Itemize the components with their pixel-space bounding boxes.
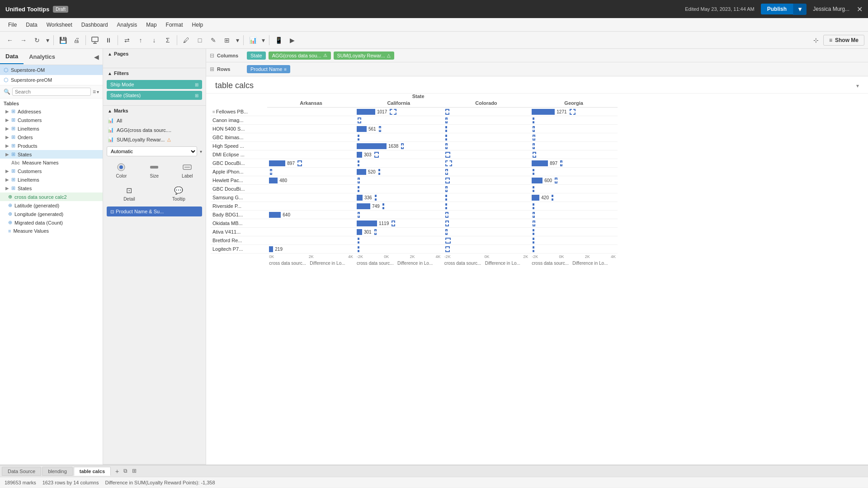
menu-data[interactable]: Data bbox=[21, 20, 42, 30]
chart-type-dropdown[interactable]: ▾ bbox=[260, 34, 266, 47]
sidebar-item-states[interactable]: ▶ ⊞ States bbox=[0, 150, 103, 159]
collapse-sidebar-button[interactable]: ◀ bbox=[94, 53, 99, 61]
sidebar-item-measure-values[interactable]: ≡ Measure Values bbox=[0, 227, 103, 235]
menu-help[interactable]: Help bbox=[188, 20, 208, 30]
pages-panel: ▲ Pages bbox=[103, 49, 206, 68]
sidebar-item-latitude[interactable]: ⊕ Latitude (generated) bbox=[0, 201, 103, 210]
sort-asc-button[interactable]: ↑ bbox=[134, 34, 147, 47]
sidebar-item-products[interactable]: ▶ ⊞ Products bbox=[0, 141, 103, 150]
publish-dropdown-button[interactable]: ▼ bbox=[793, 4, 807, 15]
bar-cell: 336 bbox=[355, 193, 443, 202]
add-sheet-icon[interactable]: + bbox=[113, 467, 121, 476]
size-button[interactable]: Size bbox=[146, 160, 162, 180]
chart-row: Bretford Re... bbox=[211, 236, 618, 245]
color-button[interactable]: Color bbox=[113, 160, 129, 180]
back-button[interactable]: ← bbox=[4, 34, 16, 47]
column-pill-state[interactable]: State bbox=[247, 52, 266, 60]
swap-button[interactable]: ⇄ bbox=[121, 34, 133, 47]
user-label[interactable]: Jessica Murg... bbox=[813, 6, 849, 12]
menu-format[interactable]: Format bbox=[161, 20, 188, 30]
viz-title: table calcs ▾ bbox=[206, 76, 868, 94]
publish-button[interactable]: Publish bbox=[761, 4, 793, 14]
device-button[interactable]: 📱 bbox=[272, 34, 285, 47]
filter-pill-shipmode[interactable]: Ship Mode ⊞ bbox=[107, 80, 202, 89]
label-button[interactable]: Label bbox=[179, 160, 195, 180]
sidebar-item-customers[interactable]: ▶ ⊞ Customers bbox=[0, 116, 103, 124]
tab-data-source[interactable]: Data Source bbox=[2, 467, 41, 476]
redo-button[interactable]: ↻ bbox=[31, 34, 43, 47]
sidebar-item-lineitems-2[interactable]: ▶ ⊞ LineItems bbox=[0, 175, 103, 184]
menu-dashboard[interactable]: Dashboard bbox=[77, 20, 113, 30]
marks-type-select[interactable]: Automatic Bar Line Area bbox=[107, 146, 197, 156]
sort-desc-button[interactable]: ↓ bbox=[148, 34, 160, 47]
sidebar-item-states-2[interactable]: ▶ ⊞ States bbox=[0, 184, 103, 192]
bar-cell bbox=[267, 228, 355, 236]
marks-all-row[interactable]: 📊 All bbox=[103, 116, 206, 125]
row-pill-product[interactable]: Product Name ≡ bbox=[247, 65, 290, 73]
menu-file[interactable]: File bbox=[4, 20, 21, 30]
menu-analysis[interactable]: Analysis bbox=[113, 20, 142, 30]
annotation-button[interactable]: ✎ bbox=[207, 34, 220, 47]
marks-type-dropdown[interactable]: ▾ bbox=[200, 149, 202, 154]
new-datasource-button[interactable] bbox=[89, 34, 101, 47]
size-dropdown[interactable]: ▾ bbox=[234, 34, 241, 47]
size-button[interactable]: ⊞ bbox=[221, 34, 233, 47]
datasource-superstore-preom[interactable]: ⬡ Superstore-preOM bbox=[0, 75, 103, 85]
datasource-superstore-om[interactable]: ⬡ Superstore-OM bbox=[0, 65, 103, 75]
dropdown-icon[interactable]: ▾ bbox=[97, 89, 99, 94]
search-input[interactable] bbox=[12, 88, 91, 96]
presentation-button[interactable]: ▶ bbox=[286, 34, 298, 47]
filter-shipmode-label: Ship Mode bbox=[110, 82, 134, 87]
menu-map[interactable]: Map bbox=[142, 20, 161, 30]
data-tab[interactable]: Data bbox=[0, 49, 24, 64]
chart-row: Samsung G...336420 bbox=[211, 193, 618, 202]
show-me-button[interactable]: ≡ Show Me bbox=[823, 35, 864, 46]
tooltip-button[interactable]: □ bbox=[193, 34, 206, 47]
column-pill-agg[interactable]: AGG(cross data sou... ⚠ bbox=[269, 52, 331, 60]
save-button[interactable]: 💾 bbox=[57, 34, 69, 47]
highlight-button[interactable]: 🖊 bbox=[180, 34, 193, 47]
menu-worksheet[interactable]: Worksheet bbox=[42, 20, 77, 30]
tooltip-button-marks[interactable]: 💬 Tooltip bbox=[170, 183, 188, 203]
chart-scroll[interactable]: State Arkansas California Colorado Georg… bbox=[206, 94, 868, 267]
sidebar-item-longitude[interactable]: ⊕ Longitude (generated) bbox=[0, 210, 103, 218]
analytics-tab[interactable]: Analytics bbox=[24, 50, 61, 64]
pointer-button[interactable]: ⊹ bbox=[810, 34, 822, 47]
sheet-more-icon[interactable]: ⊞ bbox=[130, 467, 138, 476]
calc-icon: ⊕ bbox=[8, 194, 12, 200]
chart-type-button[interactable]: 📊 bbox=[246, 34, 259, 47]
marks-sum-row[interactable]: 📊 SUM(Loyalty Rewar... △ bbox=[103, 135, 206, 144]
forward-button[interactable]: → bbox=[17, 34, 30, 47]
bar-cell bbox=[530, 125, 618, 133]
pause-button[interactable]: ⏸ bbox=[102, 34, 115, 47]
duplicate-icon[interactable]: ⧉ bbox=[122, 467, 129, 476]
sidebar-item-addresses[interactable]: ▶ ⊞ Addresses bbox=[0, 107, 103, 116]
sum-button[interactable]: Σ bbox=[161, 34, 174, 47]
viz-title-dropdown[interactable]: ▾ bbox=[856, 83, 859, 89]
tab-blending[interactable]: blending bbox=[42, 467, 73, 476]
title-bar-close[interactable]: ✕ bbox=[857, 5, 863, 14]
tab-table-calcs[interactable]: table calcs bbox=[74, 467, 111, 476]
expand-icon: ▶ bbox=[5, 143, 9, 148]
detail-button[interactable]: ⊡ Detail bbox=[121, 183, 138, 203]
marks-header[interactable]: ▲ Marks bbox=[103, 106, 206, 116]
sidebar-item-migrated-data[interactable]: ⊕ Migrated data (Count) bbox=[0, 218, 103, 227]
sidebar-item-lineitems[interactable]: ▶ ⊞ LineItems bbox=[0, 124, 103, 133]
chart-row: Riverside P...749 bbox=[211, 202, 618, 211]
print-button[interactable]: 🖨 bbox=[70, 34, 83, 47]
sidebar-item-customers-2[interactable]: ▶ ⊞ Customers bbox=[0, 167, 103, 175]
column-pill-sum[interactable]: SUM(Loyalty Rewar... △ bbox=[334, 52, 394, 60]
rows-cols: 1623 rows by 14 columns bbox=[42, 480, 99, 485]
separator-5 bbox=[243, 35, 244, 45]
filter-icon[interactable]: ≡ bbox=[93, 89, 96, 95]
sidebar-item-orders[interactable]: ▶ ⊞ Orders bbox=[0, 133, 103, 141]
marks-agg-row[interactable]: 📊 AGG(cross data sourc.... bbox=[103, 125, 206, 135]
pages-header[interactable]: ▲ Pages bbox=[103, 49, 206, 59]
sidebar-item-measure-names[interactable]: ▶ Abc Measure Names bbox=[0, 159, 103, 167]
redo-dropdown-button[interactable]: ▾ bbox=[44, 34, 51, 47]
detail-pill[interactable]: ⊡ Product Name & Su... bbox=[107, 206, 202, 216]
show-me-icon: ≡ bbox=[829, 37, 832, 43]
sidebar-item-cross-data[interactable]: ⊕ cross data source calc2 bbox=[0, 192, 103, 201]
filter-pill-state[interactable]: State (States) ⊞ bbox=[107, 91, 202, 100]
filters-header[interactable]: ▲ Filters bbox=[103, 68, 206, 78]
